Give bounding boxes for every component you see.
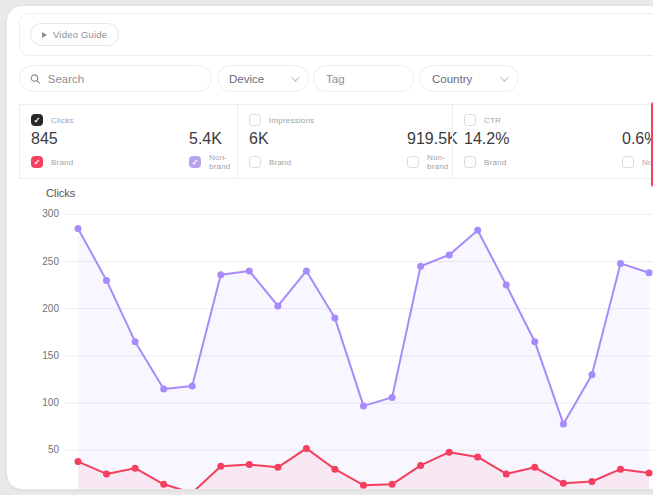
app-window: Video Guide Device Country Clicks 845 5.… [6, 5, 653, 490]
clicks-line-chart [7, 6, 653, 490]
